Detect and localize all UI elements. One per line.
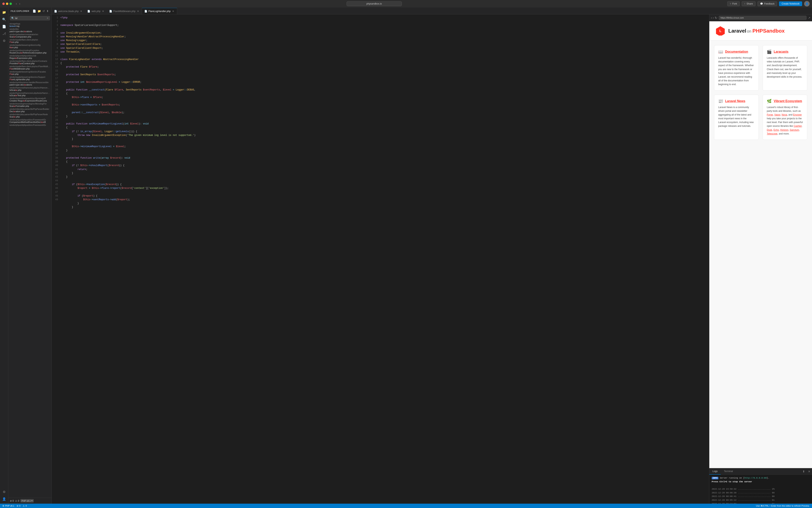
- feedback-icon: 💬: [760, 2, 763, 5]
- preview-reload-button[interactable]: ↻: [715, 16, 717, 20]
- tab-close-button[interactable]: ✕: [137, 10, 139, 13]
- account-icon[interactable]: 👤: [1, 496, 7, 502]
- list-item[interactable]: vendor/spatie/flare-client-php/src/Flare…: [8, 65, 51, 70]
- log-line: 2022-12-20 00:24:58 ....................…: [712, 502, 810, 504]
- icon-bar: 📁 🔍 📄 ⎇ ⚙ ⚙ 👤: [0, 7, 8, 504]
- tab-flare-middleware[interactable]: 📄 FlareMiddleware.php ✕: [107, 8, 142, 14]
- preview-content[interactable]: L Laravel on PHPSandbox 📖: [709, 21, 812, 468]
- list-item[interactable]: vendor/hamcrest/hamcrest-php/src/Hamcres…: [8, 86, 51, 92]
- php-icon: ⚙: [2, 505, 4, 507]
- files-icon[interactable]: 📁: [1, 9, 7, 15]
- list-item[interactable]: vendor/spatie/flare-client-php/src Flare…: [8, 38, 51, 44]
- ecosystem-icon: 🌿: [767, 99, 772, 103]
- preview-nav: ‹ › ↻: [711, 16, 717, 20]
- fork-button[interactable]: ⑂ Fork: [727, 1, 740, 6]
- url-bar: [23, 1, 726, 6]
- list-item[interactable]: vendor/spatie/laravel-ignition/src/Facad…: [8, 70, 51, 76]
- close-button[interactable]: [2, 3, 5, 5]
- list-item[interactable]: vendor/phpunit/phpunit/src/Util RegularE…: [8, 54, 51, 60]
- tab-close-button[interactable]: ✕: [172, 10, 175, 13]
- new-file-button[interactable]: 📄: [32, 9, 36, 13]
- list-item[interactable]: vendor/spatie/flare-client-php/src/Contr…: [8, 60, 51, 65]
- log-line: 2022-12-20 23:50:32 ....................…: [712, 487, 810, 491]
- create-notebook-button[interactable]: Create Notebook: [779, 1, 802, 6]
- list-item[interactable]: vendor/symfony/routing/Exception RouteCi…: [8, 49, 51, 54]
- preview-bar: ‹ › ↻ ↗: [709, 14, 812, 21]
- ecosystem-title[interactable]: Vibrant Ecosystem: [774, 99, 802, 103]
- info-badge: INFO: [712, 477, 718, 479]
- list-item[interactable]: vendor/nikic/php-parser/lib/PhpParser/Bu…: [8, 108, 51, 113]
- extensions-icon[interactable]: ⚙: [1, 38, 7, 44]
- code-content[interactable]: <?php namespace Spatie\LaravelIgnition\S…: [60, 14, 709, 504]
- preview-back-button[interactable]: ‹: [711, 16, 712, 20]
- log-line: 2022-12-20 00:05:12 ....................…: [712, 498, 810, 502]
- panel-maximize-button[interactable]: ⬆: [801, 470, 807, 473]
- share-button[interactable]: ↑ Share: [742, 1, 756, 6]
- bottom-tabs: Logs Terminal ⬆ ✕: [709, 468, 812, 475]
- list-item[interactable]: vendor/spatie/laravel-ignition/config fl…: [8, 44, 51, 49]
- error-icon: ⊘: [16, 505, 18, 507]
- titlebar: ‹ › ⑂ Fork ↑ Share 💬 Feedback Create Not…: [0, 0, 812, 7]
- feedback-button[interactable]: 💬 Feedback: [758, 1, 777, 6]
- documentation-title[interactable]: Documentation: [725, 50, 748, 53]
- tab-web-php[interactable]: 📄 web.php ✕: [85, 8, 107, 14]
- user-avatar[interactable]: 👤: [804, 1, 810, 6]
- refresh-button[interactable]: ↺: [42, 9, 45, 13]
- vibrant-ecosystem-card: 🌿 Vibrant Ecosystem Laravel's robust lib…: [763, 95, 807, 140]
- url-input[interactable]: [347, 1, 402, 6]
- maximize-button[interactable]: [9, 3, 12, 5]
- app-chrome: 📁 🔍 📄 ⎇ ⚙ ⚙ 👤 File Explorer 📄 📁 ↺ ⬍ 🔍 ✕: [0, 7, 812, 504]
- php-version-badge[interactable]: PHP v8.1 ▾: [20, 499, 34, 503]
- search-icon[interactable]: 🔍: [1, 16, 7, 23]
- new-folder-button[interactable]: 📁: [37, 9, 41, 13]
- editor-content[interactable]: 12345 678910 1112131415 1617181920 21222…: [52, 14, 709, 504]
- list-item[interactable]: vendor/nikic/php-parser/lib/PhpParser/No…: [8, 113, 51, 118]
- tab-welcome-blade[interactable]: 📄 welcome.blade.php ✕: [52, 8, 85, 14]
- list-item[interactable]: vendor/sebastian/comparator/src ScalarCo…: [8, 33, 51, 38]
- browser-nav: ‹ ›: [15, 2, 21, 6]
- explorer-icon[interactable]: 📄: [1, 23, 7, 30]
- php-version-status[interactable]: ⚙ PHP v8.1: [2, 505, 14, 507]
- forward-button[interactable]: ›: [18, 2, 21, 6]
- list-item[interactable]: vendor/phpunit/phpunit/src/Framework/Ex …: [8, 118, 51, 124]
- git-icon[interactable]: ⎇: [1, 31, 7, 37]
- terminal-tab[interactable]: Terminal: [721, 468, 736, 475]
- laravel-news-card: 📰 Laravel News Laravel News is a communi…: [714, 95, 759, 140]
- logs-tab[interactable]: Logs: [709, 468, 721, 475]
- sidebar-files: storage/logs laravel.log vendor/bin patc…: [8, 22, 51, 498]
- chevron-down-icon: ▾: [31, 500, 33, 502]
- warning-count: ⚠ 0: [15, 500, 19, 502]
- preview-external-button[interactable]: ↗: [808, 16, 810, 19]
- tab-close-button[interactable]: ✕: [102, 10, 104, 13]
- tab-close-button[interactable]: ✕: [80, 10, 83, 13]
- traffic-lights: [2, 3, 12, 5]
- tab-icon: 📄: [87, 10, 90, 13]
- panel-close-button[interactable]: ✕: [807, 470, 812, 473]
- error-count: ⊘ 0: [10, 500, 14, 502]
- back-button[interactable]: ‹: [15, 2, 17, 6]
- laravel-news-icon: 📰: [718, 99, 723, 103]
- sidebar-search: 🔍 ✕: [8, 15, 51, 22]
- search-input[interactable]: [15, 17, 46, 19]
- list-item[interactable]: vendor/symfony/error-handler/Resources/b…: [8, 81, 51, 86]
- list-item[interactable]: storage/logs laravel.log: [8, 22, 51, 28]
- laravel-logo: L: [716, 26, 725, 36]
- list-item[interactable]: vendor/hamcrest/hamcrest-php/tests/Hamcr…: [8, 92, 51, 97]
- search-clear-button[interactable]: ✕: [47, 17, 49, 19]
- editor-split: 12345 678910 1112131415 1617181920 21222…: [52, 14, 812, 504]
- laravel-cards-grid: 📖 Documentation Laravel has wonderful, t…: [709, 41, 812, 144]
- settings-icon[interactable]: ⚙: [1, 489, 7, 495]
- list-item[interactable]: vendor/spatie/laravel-ignition/src/Suppo…: [8, 76, 51, 81]
- laracasts-title[interactable]: Laracasts: [774, 50, 788, 53]
- laravel-header: L Laravel on PHPSandbox: [709, 21, 812, 41]
- preview-url-input[interactable]: [719, 16, 807, 20]
- laravel-news-title[interactable]: Laravel News: [725, 99, 745, 103]
- list-item[interactable]: vendor/phpunit/phpunit/src/Framework/Ex: [8, 124, 51, 127]
- list-item[interactable]: vendor/bin patch-type-declarations: [8, 28, 51, 33]
- preview-forward-button[interactable]: ›: [713, 16, 714, 20]
- list-item[interactable]: vendor/monolog/monolog/src/Monolog/For S…: [8, 102, 51, 108]
- collapse-button[interactable]: ⬍: [46, 9, 49, 13]
- minimize-button[interactable]: [6, 3, 8, 5]
- list-item[interactable]: vendor/laravel/framework/src/Illuminate/…: [8, 97, 51, 102]
- tab-flare-log-handler[interactable]: 📄 FlareLogHandler.php ✕: [142, 8, 177, 14]
